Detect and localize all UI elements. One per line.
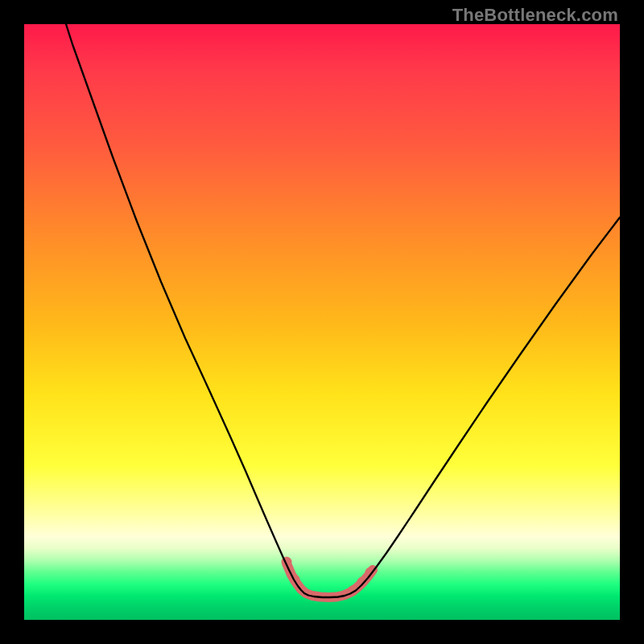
tip-dot-right: [357, 577, 368, 588]
bottleneck-curve-path: [66, 24, 620, 597]
tip-dot-mid-r: [348, 586, 358, 597]
chart-svg: [24, 24, 620, 620]
tip-dot-left: [282, 557, 292, 568]
tip-dot-right2: [365, 568, 376, 578]
chart-plot-area: [24, 24, 620, 620]
tip-dot-mid-l: [290, 575, 300, 585]
bottleneck-markers: [282, 557, 376, 597]
bottleneck-highlight-path: [287, 564, 373, 597]
watermark-text: TheBottleneck.com: [452, 5, 618, 26]
